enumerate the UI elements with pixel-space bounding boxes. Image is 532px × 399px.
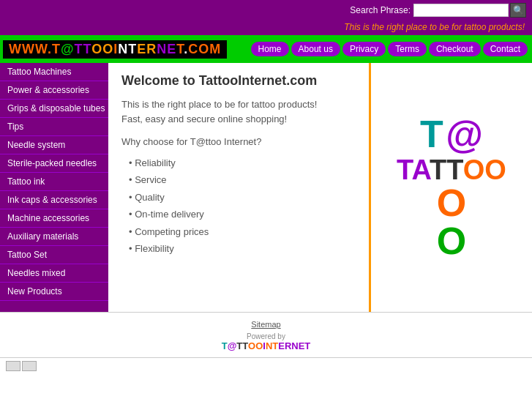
logo-nav-bar: WWW.T@TTOOINTERNET.COM Home About us Pri… xyxy=(0,35,532,63)
scroll-box-left xyxy=(6,361,20,371)
big-logo: T @ TATTOO O O xyxy=(397,115,506,260)
sidebar-item-12[interactable]: New Products xyxy=(0,283,108,301)
powered-by: Powered by T@TTOOINTERNET xyxy=(0,332,532,351)
sidebar-item-8[interactable]: Machine accessories xyxy=(0,209,108,228)
nav-home[interactable]: Home xyxy=(251,42,289,56)
page-heading: Welcome to TattooInternet.com xyxy=(121,73,356,89)
bullet-item-5: Flexibility xyxy=(129,240,356,257)
sidebar-item-5[interactable]: Sterile-packed needles xyxy=(0,154,108,173)
sidebar-item-2[interactable]: Grips & disposable tubes xyxy=(0,100,108,118)
powered-logo: T@TTOOINTERNET xyxy=(222,340,311,351)
bullet-item-2: Quality xyxy=(129,189,356,206)
bullet-item-4: Competing prices xyxy=(129,223,356,240)
sidebar: Tattoo MachinesPower & accessoriesGrips … xyxy=(0,63,108,312)
tagline-text: This is the right place to be for tattoo… xyxy=(344,22,525,32)
why-heading: Why choose for T@ttoo Internet? xyxy=(121,136,356,147)
sidebar-item-4[interactable]: Needle system xyxy=(0,136,108,154)
intro-text: This is the right place to be for tattoo… xyxy=(121,97,356,126)
sidebar-items: Tattoo MachinesPower & accessoriesGrips … xyxy=(0,63,108,301)
nav-checkout[interactable]: Checkout xyxy=(429,42,481,56)
big-oo: OO xyxy=(463,154,506,185)
big-tt: TT xyxy=(430,154,463,185)
nav-about[interactable]: About us xyxy=(291,42,340,56)
big-o2: O xyxy=(397,222,506,260)
main-layout: Tattoo MachinesPower & accessoriesGrips … xyxy=(0,63,532,312)
sidebar-item-3[interactable]: Tips xyxy=(0,118,108,136)
big-tat: TA xyxy=(397,154,430,185)
bullet-list: ReliabilityServiceQualityOn-time deliver… xyxy=(129,154,356,257)
top-bar: Search Phrase: 🔍 xyxy=(0,0,532,20)
sidebar-item-9[interactable]: Auxiliary materials xyxy=(0,228,108,246)
bullet-item-3: On-time delivery xyxy=(129,206,356,223)
sidebar-item-0[interactable]: Tattoo Machines xyxy=(0,63,108,81)
search-input[interactable] xyxy=(413,4,509,17)
big-o1: O xyxy=(397,184,506,222)
intro-line2: Fast, easy and secure online shopping! xyxy=(121,113,287,124)
logo-display: T @ TATTOO O O xyxy=(371,63,532,312)
nav-privacy[interactable]: Privacy xyxy=(342,42,386,56)
sidebar-item-7[interactable]: Ink caps & accessories xyxy=(0,191,108,209)
scroll-box-right xyxy=(22,361,37,371)
tagline-bar: This is the right place to be for tattoo… xyxy=(0,20,532,35)
search-button[interactable]: 🔍 xyxy=(510,3,526,18)
search-form: 🔍 xyxy=(413,3,526,18)
content-area: Welcome to TattooInternet.com This is th… xyxy=(108,63,369,312)
sidebar-item-11[interactable]: Needles mixed xyxy=(0,264,108,283)
sidebar-item-6[interactable]: Tattoo ink xyxy=(0,173,108,191)
big-t: T xyxy=(420,113,443,155)
nav-terms[interactable]: Terms xyxy=(388,42,427,56)
sitemap-link[interactable]: Sitemap xyxy=(251,320,280,329)
bullet-item-0: Reliability xyxy=(129,154,356,171)
bullet-item-1: Service xyxy=(129,171,356,188)
footer: Sitemap Powered by T@TTOOINTERNET xyxy=(0,312,532,357)
nav-contact[interactable]: Contact xyxy=(483,42,528,56)
sidebar-item-1[interactable]: Power & accessories xyxy=(0,81,108,100)
big-at: @ xyxy=(446,113,483,155)
scroll-indicator xyxy=(0,357,532,374)
search-label: Search Phrase: xyxy=(350,5,411,15)
sidebar-item-10[interactable]: Tattoo Set xyxy=(0,246,108,264)
nav-links: Home About us Privacy Terms Checkout Con… xyxy=(251,42,532,56)
site-logo: WWW.T@TTOOINTERNET.COM xyxy=(3,40,227,59)
intro-line1: This is the right place to be for tattoo… xyxy=(121,99,317,110)
powered-label: Powered by xyxy=(247,332,285,340)
